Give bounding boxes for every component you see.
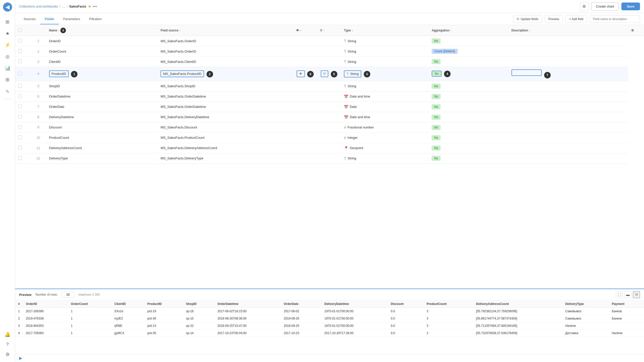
row-checkbox[interactable] — [18, 84, 22, 88]
row-filter-cell[interactable]: ▽ 5 — [317, 67, 341, 81]
row-name-cell[interactable]: OrderCount — [46, 46, 158, 57]
agg-badge[interactable]: No — [432, 38, 440, 43]
row-checkbox[interactable] — [18, 135, 22, 139]
row-name-cell[interactable]: ProductCount — [46, 132, 158, 143]
th-field-source[interactable]: Field source ↑ — [157, 25, 293, 36]
sidebar-item-home[interactable]: ⊞ — [3, 17, 13, 27]
row-desc-cell[interactable] — [508, 143, 628, 153]
sidebar-item-circle[interactable]: ◎ — [3, 52, 13, 62]
th-type[interactable]: Type ↑ — [341, 25, 429, 36]
row-type-cell[interactable]: # Integer — [341, 132, 429, 143]
row-desc-cell[interactable] — [508, 91, 628, 102]
row-agg-cell[interactable]: No — [429, 102, 508, 112]
sidebar-item-help[interactable]: ? — [3, 339, 13, 349]
agg-badge[interactable]: No — [432, 146, 440, 151]
row-desc-cell[interactable] — [508, 132, 628, 143]
close-preview-button[interactable]: ✕ — [633, 291, 640, 298]
row-type-cell[interactable]: 📍 Geopoint — [341, 143, 429, 153]
row-desc-cell[interactable] — [508, 153, 628, 163]
preview-rows-input[interactable] — [62, 292, 74, 298]
tab-parameters[interactable]: Parameters — [59, 14, 85, 24]
row-type-cell[interactable]: # Fractional number — [341, 122, 429, 132]
row-desc-cell[interactable] — [508, 81, 628, 91]
create-chart-button[interactable]: Create chart — [591, 2, 619, 11]
highlighted-type[interactable]: T String — [344, 70, 361, 77]
update-fields-button[interactable]: ↻ Update fields — [513, 15, 542, 23]
row-checkbox[interactable] — [18, 115, 22, 119]
th-visibility[interactable]: 👁 ↑ — [293, 25, 317, 36]
row-checkbox[interactable] — [18, 94, 22, 98]
row-name-cell[interactable]: DeliveryAddressCoord — [46, 143, 158, 153]
row-type-cell[interactable]: T String — [341, 81, 429, 91]
filter-highlighted[interactable]: ▽ — [321, 70, 328, 77]
sidebar-item-star[interactable]: ★ — [3, 28, 13, 38]
agg-badge[interactable]: No — [432, 59, 440, 64]
highlighted-source[interactable]: MS_SalesFacts.ProductID — [160, 70, 204, 77]
row-agg-cell[interactable]: No — [429, 132, 508, 143]
agg-badge[interactable]: Count (Distinct) — [432, 49, 458, 54]
th-aggregation[interactable]: Aggregation ↑ — [429, 25, 508, 36]
select-all-checkbox[interactable] — [18, 28, 22, 32]
agg-badge[interactable]: No — [432, 115, 440, 120]
row-name-cell[interactable]: DeliveryDatetime — [46, 112, 158, 122]
row-agg-cell[interactable]: No — [429, 57, 508, 67]
breadcrumb-ellipsis[interactable]: … — [62, 5, 65, 8]
agg-badge[interactable]: No — [432, 84, 440, 89]
row-type-cell[interactable]: T String — [341, 46, 429, 57]
row-name-cell[interactable]: OrderDate — [46, 102, 158, 112]
row-type-cell[interactable]: T String 3 — [341, 67, 429, 81]
favorite-star-icon[interactable]: ★ — [88, 4, 91, 9]
row-name-cell[interactable]: OrderDatetime — [46, 91, 158, 102]
breadcrumb-collections[interactable]: Collections and workbooks — [19, 5, 58, 8]
tab-sources[interactable]: Sources — [19, 14, 40, 24]
row-checkbox[interactable] — [18, 59, 22, 63]
row-type-cell[interactable]: T String — [341, 57, 429, 67]
vis-highlighted[interactable]: 👁 — [297, 70, 305, 77]
app-logo[interactable]: ◀ — [3, 3, 12, 12]
sidebar-item-lightning[interactable]: ⚡ — [3, 40, 13, 50]
agg-badge[interactable]: No — [432, 125, 440, 130]
row-type-cell[interactable]: 📅 Date and time — [341, 91, 429, 102]
add-field-button[interactable]: + Add field — [566, 15, 587, 23]
row-checkbox[interactable] — [18, 105, 22, 108]
sidebar-item-bell[interactable]: 🔔 — [3, 329, 13, 339]
row-agg-cell[interactable]: No — [429, 153, 508, 163]
row-name-cell[interactable]: ShopID — [46, 81, 158, 91]
row-desc-cell[interactable] — [508, 36, 628, 46]
highlighted-agg[interactable]: No — [432, 71, 441, 77]
row-agg-cell[interactable]: No 4 — [429, 67, 508, 81]
highlighted-desc[interactable] — [511, 69, 542, 76]
dock-preview-button[interactable]: ▬ — [624, 291, 631, 298]
sidebar-item-chart[interactable]: 📊 — [3, 63, 13, 73]
preview-button[interactable]: Preview — [545, 15, 563, 23]
save-button[interactable]: Save — [621, 3, 640, 10]
row-name-cell[interactable]: Discount — [46, 122, 158, 132]
agg-badge[interactable]: No — [432, 135, 440, 140]
tab-filtration[interactable]: Filtration — [85, 14, 106, 24]
row-agg-cell[interactable]: No — [429, 81, 508, 91]
agg-badge[interactable]: No — [432, 94, 440, 99]
row-desc-cell[interactable] — [508, 112, 628, 122]
settings-button[interactable]: ⚙ — [580, 2, 589, 11]
tab-fields[interactable]: Fields — [40, 14, 59, 24]
sidebar-item-grid[interactable]: ⊞ — [3, 75, 13, 85]
agg-badge[interactable]: No — [432, 104, 440, 109]
row-name-cell[interactable]: DeliveryType — [46, 153, 158, 163]
row-desc-cell[interactable] — [508, 122, 628, 132]
row-desc-cell[interactable] — [508, 102, 628, 112]
row-source-cell[interactable]: MS_SalesFacts.ProductID 2 — [157, 67, 293, 81]
th-filter[interactable]: ▽ ↑ — [317, 25, 341, 36]
play-button[interactable]: ▶ — [19, 356, 22, 360]
row-type-cell[interactable]: T String — [341, 153, 429, 163]
row-type-cell[interactable]: 📅 Date and time — [341, 112, 429, 122]
th-description[interactable]: Description ↑ — [508, 25, 628, 36]
sidebar-item-wave[interactable]: ∿ — [3, 86, 13, 96]
row-agg-cell[interactable]: Count (Distinct) — [429, 46, 508, 57]
row-desc-cell[interactable] — [508, 57, 628, 67]
row-type-cell[interactable]: 📅 Date — [341, 102, 429, 112]
row-checkbox[interactable] — [18, 39, 22, 42]
row-agg-cell[interactable]: No — [429, 36, 508, 46]
row-desc-cell[interactable] — [508, 46, 628, 57]
row-agg-cell[interactable]: No — [429, 91, 508, 102]
row-agg-cell[interactable]: No — [429, 112, 508, 122]
